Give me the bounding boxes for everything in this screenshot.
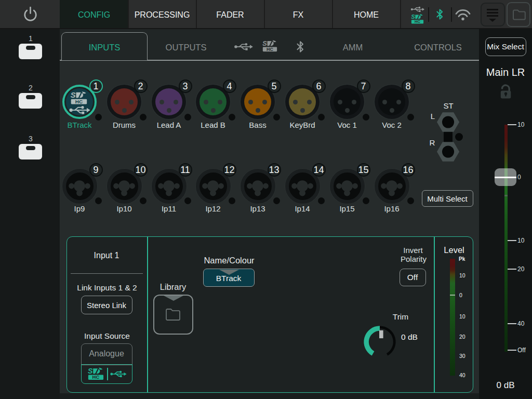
svg-text:S: S bbox=[411, 14, 415, 20]
svg-text:HC: HC bbox=[267, 47, 273, 52]
svg-text:HC: HC bbox=[75, 99, 83, 104]
svg-text:S: S bbox=[71, 91, 76, 99]
svg-text:HC: HC bbox=[92, 375, 100, 380]
svg-text:S: S bbox=[88, 367, 93, 375]
svg-text:HC: HC bbox=[415, 19, 420, 24]
svg-text:S: S bbox=[262, 40, 267, 47]
